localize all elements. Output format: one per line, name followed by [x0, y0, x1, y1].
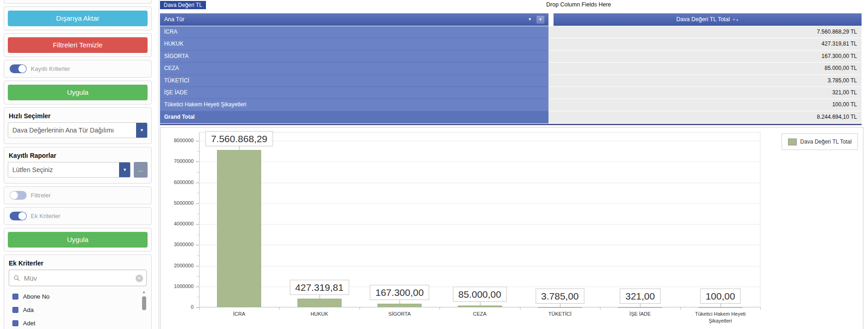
callout-connector	[640, 304, 640, 307]
filters-toggle[interactable]	[10, 191, 27, 200]
chevron-down-icon[interactable]: ▼	[136, 122, 148, 138]
apply-card-1: Uygula	[4, 81, 152, 104]
callout-connector	[720, 304, 721, 307]
extra-criteria-panel-label: Ek Kriterler	[9, 260, 148, 267]
list-item[interactable]: Ada	[8, 303, 138, 317]
gridline	[199, 203, 760, 204]
saved-reports-select[interactable]: Lütfen Seçiniz ▼	[8, 162, 131, 178]
scroll-up-icon[interactable]: ▲	[141, 290, 147, 294]
row-value-cell: 85.000,00 TL	[548, 63, 862, 75]
x-axis-category-label: Tüketici Hakem Heyeti Şikayetleri	[686, 311, 755, 324]
saved-criteria-toggle[interactable]	[10, 64, 27, 73]
data-label-callout: 85.000,00	[453, 287, 507, 302]
x-axis-tick	[440, 307, 440, 310]
more-options-button[interactable]: ...	[134, 162, 148, 178]
x-axis-category-label: İŞE İADE	[605, 311, 674, 317]
saved-criteria-card: Kayıtlı Kriterler	[4, 60, 152, 78]
row-label-cell[interactable]: Tüketici Hakem Heyeti Şikayetleri	[160, 99, 548, 111]
export-button[interactable]: Dışarıya Aktar	[8, 11, 148, 26]
row-value-cell: 100,00 TL	[548, 99, 862, 111]
quick-selections-value: Dava Değerlerinin Ana Tür Dağılımı	[12, 127, 114, 134]
apply-button[interactable]: Uygula	[8, 85, 148, 100]
sort-desc-icon[interactable]: ▼	[732, 18, 736, 21]
legend-swatch-icon	[788, 139, 797, 145]
list-item-label: Adet	[23, 320, 35, 327]
row-label-cell[interactable]: İŞE İADE	[160, 87, 548, 99]
table-row: TÜKETİCİ3.785,00 TL	[159, 75, 868, 87]
y-axis-tick-label: 6000000	[160, 179, 194, 185]
saved-criteria-label: Kayıtlı Kriterler	[31, 65, 70, 72]
y-axis-tick	[196, 287, 199, 287]
list-item[interactable]: Adet	[8, 317, 138, 329]
apply-button-2[interactable]: Uygula	[8, 232, 148, 248]
gridline	[199, 141, 760, 141]
filters-label: Filtreler	[31, 192, 51, 199]
row-label-cell[interactable]: SİGORTA	[160, 51, 548, 63]
value-column-header[interactable]: Dava Değeri TL Total ▼▲	[554, 13, 862, 26]
row-value-cell: 427.319,81 TL	[548, 38, 862, 50]
grand-total-label-cell[interactable]: Grand Total	[160, 111, 548, 123]
x-axis-tick	[199, 307, 200, 310]
value-column-label: Dava Değeri TL Total	[676, 16, 730, 23]
chart-bar	[538, 307, 582, 308]
saved-reports-label: Kayıtlı Raporlar	[9, 152, 148, 159]
quick-selections-card: Hızlı Seçimler Dava Değerlerinin Ana Tür…	[4, 107, 152, 144]
checkbox-icon[interactable]	[12, 294, 18, 300]
extra-criteria-label: Ek Kriterler	[31, 213, 60, 219]
toggle-knob	[18, 212, 26, 220]
callout-connector	[239, 146, 240, 150]
search-icon	[13, 275, 20, 282]
extra-criteria-toggle[interactable]	[10, 212, 27, 220]
saved-reports-value: Lütfen Seçiniz	[12, 166, 53, 173]
quick-selections-select[interactable]: Dava Değerlerinin Ana Tür Dağılımı ▼	[8, 122, 148, 138]
y-axis-tick	[196, 245, 199, 245]
row-field-header[interactable]: Ana Tür ▼ ▼	[160, 13, 548, 26]
field-dropdown-button[interactable]: ▼	[536, 15, 545, 24]
plot-area	[199, 132, 760, 307]
chart-bar	[618, 307, 662, 308]
apply-card-2: Uygula	[4, 228, 152, 252]
y-axis-tick-label: 7000000	[160, 158, 194, 164]
data-label-callout: 3.785,00	[536, 289, 584, 304]
pivot-row-container: İCRA7.560.868,29 TLHUKUK427.319,81 TLSİG…	[159, 26, 868, 123]
bar-chart-panel: Dava Değeri TL Total 0100000020000003000…	[160, 127, 863, 329]
x-axis-tick	[680, 307, 681, 310]
row-label-cell[interactable]: CEZA	[160, 63, 548, 75]
grand-total-row: Grand Total8.244.694,10 TL	[159, 111, 868, 123]
row-label-cell[interactable]: İCRA	[160, 26, 548, 38]
measure-field-badge[interactable]: Dava Değeri TL	[160, 1, 206, 9]
list-item[interactable]: Abone No	[8, 290, 138, 303]
scrollbar-thumb[interactable]	[142, 296, 146, 310]
checkbox-icon[interactable]	[12, 320, 18, 326]
gridline	[199, 224, 760, 225]
x-axis-category-label: SİGORTA	[365, 311, 434, 317]
y-axis-tick	[196, 141, 199, 141]
row-label-cell[interactable]: TÜKETİCİ	[160, 75, 548, 87]
list-item-label: Ada	[23, 306, 34, 313]
table-row: İŞE İADE321,00 TL	[159, 87, 868, 99]
list-item-label: Abone No	[23, 293, 50, 300]
callout-connector	[400, 300, 400, 304]
list-scrollbar[interactable]: ▲	[141, 290, 147, 322]
sort-asc-icon[interactable]: ▲	[736, 18, 739, 21]
checkbox-icon[interactable]	[12, 307, 18, 313]
clear-search-icon[interactable]: ✕	[136, 275, 143, 282]
clear-filters-card: Filtreleri Temizle	[4, 33, 152, 57]
y-axis-tick-label: 8000000	[160, 138, 194, 143]
clear-filters-button[interactable]: Filtreleri Temizle	[8, 37, 148, 53]
data-label-callout: 427.319,81	[290, 280, 349, 295]
filter-caret-icon[interactable]: ▼	[528, 13, 532, 26]
chevron-down-icon[interactable]: ▼	[119, 162, 131, 178]
criteria-search-input[interactable]	[24, 274, 133, 282]
table-row: HUKUK427.319,81 TL	[159, 38, 868, 50]
extra-criteria-panel: Ek Kriterler ✕ ▲ Abone NoAdaAdet	[4, 254, 152, 329]
drop-column-fields-zone[interactable]: Drop Column Fields Here	[546, 1, 611, 8]
toggle-knob	[10, 191, 18, 199]
y-axis-tick	[196, 203, 199, 204]
row-label-cell[interactable]: HUKUK	[160, 38, 548, 50]
chart-bar	[297, 299, 342, 307]
callout-connector	[320, 295, 320, 299]
x-axis-tick	[520, 307, 520, 310]
y-axis-minor-tick	[197, 297, 199, 297]
row-value-cell: 167.300,00 TL	[548, 51, 862, 63]
